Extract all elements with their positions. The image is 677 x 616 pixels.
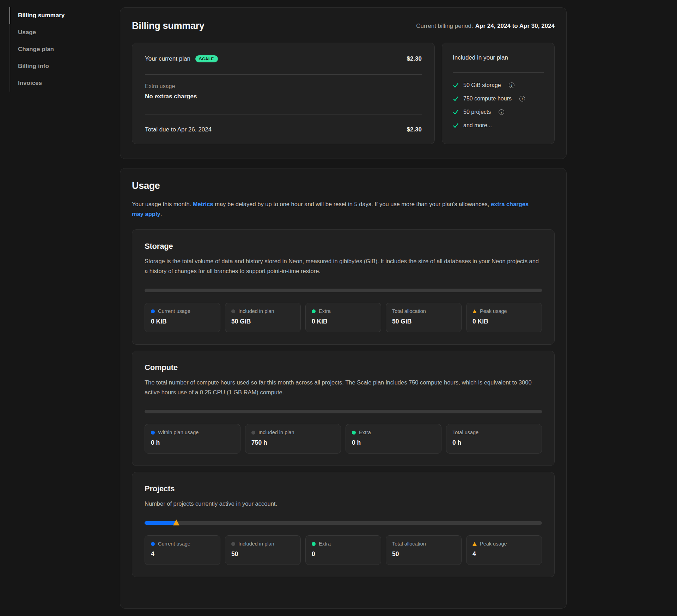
check-icon <box>453 96 459 102</box>
storage-stat-peak-usage: Peak usage 0 KiB <box>466 303 542 332</box>
peak-marker-icon <box>173 519 179 525</box>
storage-title: Storage <box>145 242 542 251</box>
peak-triangle-icon <box>472 309 477 313</box>
intro-text: Your usage this month. <box>132 201 193 207</box>
projects-stat-peak-usage: Peak usage 4 <box>466 535 542 565</box>
included-item-label: 750 compute hours <box>463 96 512 102</box>
extra-usage-label: Extra usage <box>145 83 422 90</box>
info-icon[interactable]: i <box>499 109 504 115</box>
stat-label: Within plan usage <box>158 430 199 435</box>
storage-progress-bar <box>145 289 542 292</box>
stat-label: Current usage <box>158 541 190 547</box>
current-plan-label: Your current plan <box>145 55 190 62</box>
usage-card: Usage Your usage this month. Metrics may… <box>120 168 567 609</box>
projects-stat-current-usage: Current usage 4 <box>145 535 220 565</box>
stat-value: 0 h <box>352 439 435 446</box>
stat-label: Included in plan <box>238 541 274 547</box>
usage-intro: Your usage this month. Metrics may be de… <box>132 199 534 219</box>
sidebar-item-invoices[interactable]: Invoices <box>10 75 65 92</box>
stat-label: Extra <box>359 430 371 435</box>
sidebar-item-billing-summary[interactable]: Billing summary <box>10 7 65 24</box>
stat-label: Included in plan <box>238 308 274 314</box>
plan-scale-badge: SCALE <box>195 55 218 62</box>
usage-title: Usage <box>132 180 555 191</box>
info-icon[interactable]: i <box>519 96 525 101</box>
info-icon[interactable]: i <box>509 82 514 88</box>
compute-stat-included: Included in plan 750 h <box>245 424 341 454</box>
gray-dot-icon <box>231 542 235 546</box>
included-item-storage: 50 GiB storage i <box>453 79 544 92</box>
projects-progress-bar <box>145 521 542 525</box>
billing-summary-card: Billing summary Current billing period:A… <box>120 7 567 159</box>
billing-period: Current billing period:Apr 24, 2024 to A… <box>416 23 555 30</box>
stat-value: 0 h <box>151 439 234 446</box>
total-due-amount: $2.30 <box>407 126 422 133</box>
included-item-compute: 750 compute hours i <box>453 92 544 105</box>
check-icon <box>453 82 459 88</box>
storage-stat-included: Included in plan 50 GiB <box>225 303 301 332</box>
billing-period-value: Apr 24, 2024 to Apr 30, 2024 <box>475 23 555 29</box>
projects-description: Number of projects currently active in y… <box>145 499 542 509</box>
stat-label: Total allocation <box>392 308 426 314</box>
sidebar-item-change-plan[interactable]: Change plan <box>10 41 65 58</box>
sidebar-item-billing-info[interactable]: Billing info <box>10 58 65 75</box>
check-icon <box>453 109 459 115</box>
projects-stat-total-allocation: Total allocation 50 <box>386 535 462 565</box>
storage-section: Storage Storage is the total volume of d… <box>132 229 555 345</box>
projects-progress-fill <box>145 521 176 525</box>
extra-usage-value: No extras charges <box>145 93 422 100</box>
stat-value: 50 <box>392 550 455 558</box>
stat-label: Peak usage <box>480 541 507 547</box>
billing-summary-title: Billing summary <box>132 20 205 31</box>
compute-stat-extra: Extra 0 h <box>346 424 441 454</box>
peak-triangle-icon <box>472 542 477 546</box>
compute-section: Compute The total number of compute hour… <box>132 351 555 466</box>
compute-title: Compute <box>145 363 542 372</box>
plan-amount: $2.30 <box>407 55 422 62</box>
stat-label: Total allocation <box>392 541 426 547</box>
sidebar-item-usage[interactable]: Usage <box>10 24 65 41</box>
billing-summary-header: Billing summary Current billing period:A… <box>132 20 555 31</box>
green-dot-icon <box>312 542 316 546</box>
total-due-label: Total due to Apr 26, 2024 <box>145 126 212 133</box>
stat-value: 750 h <box>251 439 335 446</box>
stat-value: 50 <box>231 550 294 558</box>
stat-value: 0 <box>312 550 375 558</box>
storage-stat-extra: Extra 0 KiB <box>305 303 381 332</box>
metrics-link[interactable]: Metrics <box>193 201 213 207</box>
stat-label: Total usage <box>452 430 478 435</box>
storage-description: Storage is the total volume of data and … <box>145 256 542 276</box>
green-dot-icon <box>312 309 316 313</box>
included-item-label: 50 GiB storage <box>463 82 501 88</box>
stat-label: Extra <box>319 541 331 547</box>
compute-progress-bar <box>145 410 542 413</box>
storage-stat-current-usage: Current usage 0 KiB <box>145 303 220 332</box>
stat-value: 0 KiB <box>472 318 536 325</box>
included-in-plan-panel: Included in your plan 50 GiB storage i 7… <box>442 43 555 144</box>
plan-summary-panel: Your current plan SCALE $2.30 Extra usag… <box>132 43 435 144</box>
included-item-label: and more... <box>463 122 492 129</box>
included-item-label: 50 projects <box>463 109 491 115</box>
stat-value: 50 GiB <box>231 318 294 325</box>
stat-value: 4 <box>151 550 214 558</box>
included-item-more: and more... <box>453 119 544 132</box>
stat-label: Current usage <box>158 308 190 314</box>
intro-text: may be delayed by up to one hour and wil… <box>213 201 491 207</box>
stat-value: 4 <box>472 550 536 558</box>
stat-value: 50 GiB <box>392 318 455 325</box>
blue-dot-icon <box>151 431 155 435</box>
compute-stat-within-plan: Within plan usage 0 h <box>145 424 240 454</box>
included-title: Included in your plan <box>453 43 544 73</box>
stat-value: 0 h <box>452 439 536 446</box>
stat-label: Peak usage <box>480 308 507 314</box>
projects-title: Projects <box>145 484 542 493</box>
stat-value: 0 KiB <box>151 318 214 325</box>
compute-stat-total-usage: Total usage 0 h <box>446 424 542 454</box>
check-icon <box>453 123 459 129</box>
stat-label: Extra <box>319 308 331 314</box>
intro-text: . <box>160 211 162 217</box>
blue-dot-icon <box>151 309 155 313</box>
billing-period-label: Current billing period: <box>416 23 473 29</box>
storage-stat-total-allocation: Total allocation 50 GiB <box>386 303 462 332</box>
green-dot-icon <box>352 431 356 435</box>
